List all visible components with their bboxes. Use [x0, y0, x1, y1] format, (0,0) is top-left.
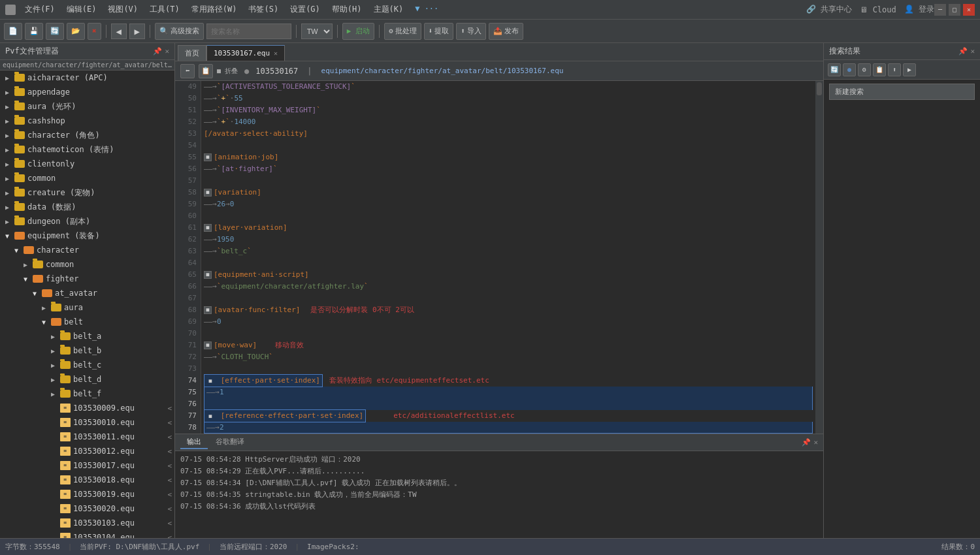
tree-item-103530011[interactable]: ▶ ≡ 103530011.equ <: [0, 430, 174, 444]
tree-item-belt-c[interactable]: ▶ belt_c: [0, 358, 174, 372]
login-link[interactable]: 👤 登录: [904, 4, 934, 15]
name-search-input[interactable]: [206, 24, 291, 39]
fold-button-74[interactable]: ■: [206, 377, 214, 385]
fold-button-77[interactable]: ■: [206, 413, 214, 420]
tree-item-cashshop[interactable]: ▶ cashshop: [0, 114, 174, 128]
search-batch-button[interactable]: ⚙: [858, 63, 871, 76]
menu-theme[interactable]: 主题(K): [368, 3, 409, 16]
fold-collapse-button[interactable]: ■: [217, 67, 225, 74]
menu-extra[interactable]: ▼ ···: [410, 3, 444, 16]
tree-label: clientonly: [27, 159, 74, 168]
fold-button-68[interactable]: ■: [204, 306, 212, 314]
tree-item-103530010[interactable]: ▶ ≡ 103530010.equ <: [0, 415, 174, 430]
tree-item-at-avatar[interactable]: ▼ at_avatar: [0, 286, 174, 300]
output-tab-output[interactable]: 输出: [180, 436, 208, 449]
tree-item-character-role[interactable]: ▶ character (角色): [0, 128, 174, 142]
extract-button[interactable]: ⬇ 提取: [424, 23, 454, 40]
output-pin-button[interactable]: 📌: [802, 438, 811, 447]
new-search-button[interactable]: 新建搜索: [829, 84, 975, 100]
tree-item-aura2[interactable]: ▶ aura: [0, 300, 174, 315]
fold-button-55[interactable]: ■: [204, 153, 212, 161]
cloud-link[interactable]: 🖥 Cloud: [860, 5, 896, 14]
tree-item-103530020[interactable]: ▶ ≡ 103530020.equ <: [0, 501, 174, 516]
tree-item-103530012[interactable]: ▶ ≡ 103530012.equ <: [0, 444, 174, 458]
output-tab-translate[interactable]: 谷歌翻译: [209, 436, 251, 449]
tree-item-common[interactable]: ▶ common: [0, 171, 174, 185]
fold-button-61[interactable]: ■: [204, 224, 212, 232]
tree-item-103530018[interactable]: ▶ ≡ 103530018.equ <: [0, 473, 174, 487]
tree-item-chatemoticon[interactable]: ▶ chatemoticon (表情): [0, 142, 174, 157]
menu-view[interactable]: 视图(V): [103, 3, 143, 16]
search-right-button[interactable]: ▶: [903, 63, 916, 76]
minimize-button[interactable]: ─: [934, 4, 946, 16]
tree-item-common2[interactable]: ▶ common: [0, 257, 174, 272]
tree-item-clientonly[interactable]: ▶ clientonly: [0, 157, 174, 171]
menu-settings[interactable]: 设置(G): [285, 3, 325, 16]
sidebar-close-button[interactable]: ✕: [165, 47, 169, 56]
refresh-button[interactable]: 🔄: [46, 23, 64, 40]
tree-item-103530104[interactable]: ▶ ≡ 103530104.equ <: [0, 530, 174, 538]
tree-item-equipment[interactable]: ▼ equipment (装备): [0, 229, 174, 243]
close-button[interactable]: ✕: [963, 4, 975, 16]
editor-scrollbar[interactable]: [815, 81, 823, 434]
search-pin-button[interactable]: 📌: [958, 47, 968, 56]
publish-button[interactable]: 📤 发布: [489, 23, 523, 40]
search-dot-button[interactable]: ●: [843, 63, 856, 76]
line-num-61: 61: [175, 222, 201, 234]
close-file-button[interactable]: ✖: [88, 23, 101, 40]
tree-item-appendage[interactable]: ▶ appendage: [0, 85, 174, 99]
tree-item-dungeon[interactable]: ▶ dungeon (副本): [0, 214, 174, 229]
menu-help[interactable]: 帮助(H): [327, 3, 367, 16]
tree-item-data[interactable]: ▶ data (数据): [0, 200, 174, 214]
save-button[interactable]: 💾: [25, 23, 43, 40]
editor-wrap-button[interactable]: ⬅: [180, 64, 195, 78]
menu-bookmarks[interactable]: 书签(S): [243, 3, 284, 16]
code-lines[interactable]: ——→`[ACTIVESTATUS_TOLERANCE_STUCK]` ——→`…: [201, 81, 815, 434]
tree-item-belt-f[interactable]: ▶ belt_f: [0, 387, 174, 401]
maximize-button[interactable]: □: [949, 4, 960, 16]
tree-item-belt-b[interactable]: ▶ belt_b: [0, 343, 174, 358]
tree-item-belt[interactable]: ▼ belt: [0, 315, 174, 329]
sidebar-pin-button[interactable]: 📌: [153, 47, 162, 56]
tree-item-character[interactable]: ▼ character: [0, 243, 174, 257]
search-import-button[interactable]: ⬆: [888, 63, 901, 76]
separator-3: [296, 25, 297, 38]
search-export-button[interactable]: 📋: [873, 63, 886, 76]
menu-paths[interactable]: 常用路径(W): [186, 3, 242, 16]
separator-1: [106, 25, 106, 38]
tree-item-103530019[interactable]: ▶ ≡ 103530019.equ <: [0, 487, 174, 501]
fold-button-65[interactable]: ■: [204, 271, 212, 279]
nav-forward-button[interactable]: ▶: [129, 24, 145, 39]
fold-button-58[interactable]: ■: [204, 189, 212, 197]
tree-item-103530017[interactable]: ▶ ≡ 103530017.equ <: [0, 458, 174, 473]
tree-item-aura[interactable]: ▶ aura (光环): [0, 99, 174, 114]
editor-copy-button[interactable]: 📋: [199, 64, 213, 78]
tree-item-fighter[interactable]: ▼ fighter: [0, 272, 174, 286]
tree-item-103530009[interactable]: ▶ ≡ 103530009.equ <: [0, 401, 174, 415]
share-center-link[interactable]: 🔗 共享中心: [806, 4, 852, 15]
import-button[interactable]: ⬆ 导入: [456, 23, 486, 40]
open-button[interactable]: 📂: [67, 23, 85, 40]
advanced-search-button[interactable]: 🔍 高级搜索: [155, 23, 204, 40]
tree-label: at_avatar: [55, 289, 97, 298]
menu-file[interactable]: 文件(F): [20, 3, 60, 16]
tab-file[interactable]: 103530167.equ ✕: [206, 45, 285, 61]
tree-item-creature[interactable]: ▶ creature (宠物): [0, 185, 174, 200]
search-close-button[interactable]: ✕: [970, 47, 975, 56]
tree-item-103530103[interactable]: ▶ ≡ 103530103.equ <: [0, 516, 174, 530]
fold-button-71[interactable]: ■: [204, 341, 212, 349]
tree-item-aicharacter[interactable]: ▶ aicharacter (APC): [0, 71, 174, 85]
nav-back-button[interactable]: ◀: [111, 24, 127, 39]
tab-file-close-button[interactable]: ✕: [274, 50, 278, 57]
start-button[interactable]: ▶ 启动: [342, 23, 374, 40]
tab-home[interactable]: 首页: [178, 45, 206, 61]
tree-item-belt-d[interactable]: ▶ belt_d: [0, 372, 174, 387]
search-refresh-button[interactable]: 🔄: [828, 63, 841, 76]
new-button[interactable]: 📄: [4, 23, 22, 40]
output-close-button[interactable]: ✕: [813, 438, 818, 447]
encoding-select[interactable]: TW: [301, 24, 333, 39]
menu-tools[interactable]: 工具(T): [144, 3, 185, 16]
menu-edit[interactable]: 编辑(E): [61, 3, 102, 16]
tree-item-belt-a[interactable]: ▶ belt_a: [0, 329, 174, 343]
batch-button[interactable]: ⚙ 批处理: [384, 23, 421, 40]
